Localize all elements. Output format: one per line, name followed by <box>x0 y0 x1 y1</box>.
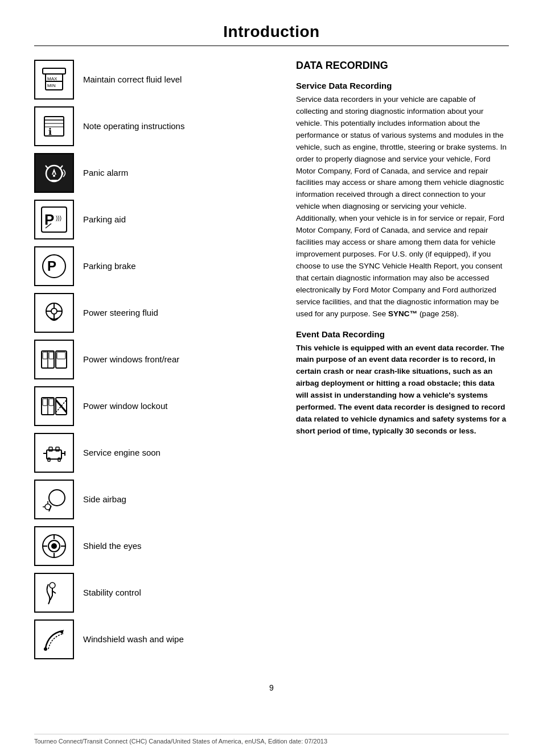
svg-line-33 <box>56 400 67 412</box>
data-recording-title: DATA RECORDING <box>296 60 509 72</box>
svg-point-45 <box>45 504 51 510</box>
svg-point-11 <box>53 175 55 177</box>
power-windows-fr-icon-box <box>34 340 74 379</box>
icon-row-stability-control: Stability control <box>34 573 273 613</box>
power-steering-icon-box <box>34 293 74 333</box>
shield-eyes-icon-box <box>34 526 74 566</box>
windshield-wash-icon-box <box>34 619 74 659</box>
power-windows-fr-label: Power windows front/rear <box>83 354 179 365</box>
right-column: DATA RECORDING Service Data Recording Se… <box>296 60 509 666</box>
icon-row-service-engine: Service engine soon <box>34 433 273 473</box>
icon-row-parking-brake: P Parking brake <box>34 246 273 286</box>
icon-row-power-window-lockout: Power window lockout <box>34 386 273 426</box>
sync-bold: SYNC™ <box>388 309 417 318</box>
sync-page: (page 258). <box>417 309 459 318</box>
svg-rect-0 <box>43 68 65 74</box>
svg-point-10 <box>46 166 62 181</box>
svg-point-54 <box>50 583 55 588</box>
service-data-body: Service data recorders in your vehicle a… <box>296 94 509 320</box>
power-steering-label: Power steering fluid <box>83 307 158 319</box>
service-engine-icon-box <box>34 433 74 473</box>
side-airbag-icon-box <box>34 480 74 519</box>
svg-rect-32 <box>49 399 54 406</box>
svg-point-44 <box>49 490 65 506</box>
page-number: 9 <box>34 683 509 692</box>
svg-point-49 <box>51 543 57 549</box>
event-data-body: This vehicle is equipped with an event d… <box>296 342 509 437</box>
left-column: MAX MIN Maintain correct fluid level ℹ N… <box>34 60 273 666</box>
operating-instructions-label: Note operating instructions <box>83 121 184 132</box>
panic-alarm-icon-box <box>34 153 74 193</box>
service-engine-label: Service engine soon <box>83 447 161 458</box>
parking-aid-label: Parking aid <box>83 214 126 225</box>
icon-row-operating-instructions: ℹ Note operating instructions <box>34 106 273 146</box>
svg-rect-25 <box>43 352 47 359</box>
svg-point-18 <box>51 308 57 314</box>
svg-text:MIN: MIN <box>47 83 56 88</box>
svg-text:))): ))) <box>56 215 61 221</box>
fluid-level-icon-box: MAX MIN <box>34 60 74 100</box>
content-columns: MAX MIN Maintain correct fluid level ℹ N… <box>34 60 509 666</box>
parking-brake-label: Parking brake <box>83 261 136 272</box>
stability-control-label: Stability control <box>83 587 141 598</box>
svg-text:P: P <box>47 258 56 274</box>
page-title: Introduction <box>34 23 509 41</box>
panic-alarm-label: Panic alarm <box>83 167 128 179</box>
operating-instructions-icon-box: ℹ <box>34 106 74 146</box>
fluid-level-label: Maintain correct fluid level <box>83 74 182 85</box>
icon-row-power-steering: Power steering fluid <box>34 293 273 333</box>
shield-eyes-label: Shield the eyes <box>83 540 142 552</box>
event-data-title: Event Data Recording <box>296 329 509 339</box>
icon-row-windshield-wash: Windshield wash and wipe <box>34 619 273 659</box>
windshield-wash-label: Windshield wash and wipe <box>83 634 184 645</box>
svg-rect-28 <box>57 352 65 359</box>
power-window-lockout-label: Power window lockout <box>83 400 167 412</box>
parking-aid-icon-box: P ))) <box>34 200 74 239</box>
svg-rect-26 <box>49 352 54 359</box>
icon-row-power-windows-fr: Power windows front/rear <box>34 340 273 379</box>
service-data-title: Service Data Recording <box>296 81 509 90</box>
title-divider <box>34 46 509 46</box>
stability-control-icon-box <box>34 573 74 613</box>
svg-text:MAX: MAX <box>47 76 57 81</box>
service-data-text: Service data recorders in your vehicle a… <box>296 95 507 318</box>
footer: Tourneo Connect/Transit Connect (CHC) Ca… <box>34 734 509 745</box>
page-container: Introduction MAX MIN Maintain correct fl… <box>0 0 543 756</box>
parking-brake-icon-box: P <box>34 246 74 286</box>
icon-row-parking-aid: P ))) Parking aid <box>34 200 273 239</box>
svg-rect-5 <box>44 117 64 136</box>
icon-row-panic-alarm: Panic alarm <box>34 153 273 193</box>
icon-row-side-airbag: Side airbag <box>34 480 273 519</box>
icon-row-fluid-level: MAX MIN Maintain correct fluid level <box>34 60 273 100</box>
svg-text:ℹ: ℹ <box>48 127 52 137</box>
side-airbag-label: Side airbag <box>83 494 126 505</box>
svg-rect-31 <box>43 399 47 406</box>
svg-rect-27 <box>56 351 67 368</box>
svg-point-55 <box>44 647 47 651</box>
power-window-lockout-icon-box <box>34 386 74 426</box>
icon-row-shield-eyes: Shield the eyes <box>34 526 273 566</box>
